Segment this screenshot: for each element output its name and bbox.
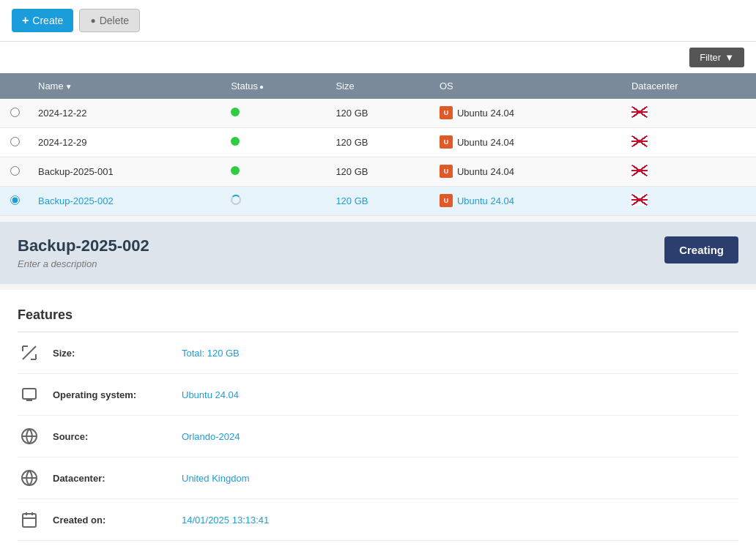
- table-row[interactable]: 2024-12-29120 GBUUbuntu 24.04: [0, 128, 756, 157]
- feature-label-datacenter: Datacenter:: [53, 473, 170, 484]
- uk-flag-icon: [631, 106, 648, 118]
- row-os-cell: UUbuntu 24.04: [431, 128, 623, 156]
- ubuntu-icon: U: [440, 194, 453, 207]
- feature-value-source: Orlando-2024: [182, 431, 240, 442]
- resize-icon: [18, 341, 41, 365]
- circle-icon: ●: [90, 15, 95, 26]
- status-col-header[interactable]: Status●: [222, 73, 327, 99]
- os-col-header[interactable]: OS: [431, 73, 623, 99]
- checkbox-col-header: [0, 73, 29, 99]
- feature-value-os: Ubuntu 24.04: [182, 389, 239, 400]
- detail-info: Backup-2025-002 Enter a description: [18, 236, 149, 269]
- row-status-cell: [222, 187, 327, 216]
- calendar-icon: [18, 508, 41, 531]
- row-name-link[interactable]: Backup-2025-002: [38, 195, 114, 206]
- source-icon: [18, 425, 41, 448]
- detail-panel: Backup-2025-002 Enter a description Crea…: [0, 222, 756, 284]
- feature-row-os: Operating system:Ubuntu 24.04: [18, 374, 738, 416]
- row-radio-cell: [0, 157, 29, 187]
- datacenter-col-header[interactable]: Datacenter: [623, 73, 756, 99]
- row-status-cell: [222, 128, 327, 157]
- row-datacenter-cell: [623, 187, 756, 216]
- status-sort-icon: ●: [259, 83, 264, 91]
- size-col-header[interactable]: Size: [327, 73, 431, 99]
- filter-button[interactable]: Filter ▼: [689, 48, 744, 67]
- os-icon: [18, 383, 41, 406]
- row-size-cell: 120 GB: [327, 99, 431, 128]
- row-radio-input[interactable]: [10, 195, 20, 205]
- name-col-header[interactable]: Name▼: [29, 73, 222, 99]
- svg-rect-7: [23, 514, 36, 527]
- feature-label-created: Created on:: [53, 515, 170, 526]
- row-datacenter-cell: [623, 99, 756, 128]
- filter-bar: Filter ▼: [0, 42, 756, 73]
- uk-flag-icon: [631, 194, 648, 206]
- delete-label: Delete: [100, 15, 129, 26]
- table-header-row: Name▼ Status● Size OS Datacenter: [0, 73, 756, 99]
- row-status-cell: [222, 99, 327, 128]
- feature-row-source: Source:Orlando-2024: [18, 416, 738, 457]
- features-section: Features Size:Total: 120 GBOperating sys…: [0, 290, 756, 557]
- row-size-cell: 120 GB: [327, 187, 431, 216]
- row-name-cell: Backup-2025-001: [29, 157, 222, 187]
- feature-value-created: 14/01/2025 13:13:41: [182, 515, 269, 526]
- toolbar: + Create ● Delete: [0, 0, 756, 42]
- row-radio-input[interactable]: [10, 137, 20, 146]
- filter-label: Filter: [700, 52, 721, 63]
- row-os-cell: UUbuntu 24.04: [431, 99, 623, 127]
- row-name-cell: 2024-12-29: [29, 128, 222, 157]
- creating-button: Creating: [664, 236, 738, 263]
- status-creating-icon: [231, 195, 241, 205]
- uk-flag-icon: [631, 165, 648, 176]
- ubuntu-icon: U: [440, 135, 453, 149]
- create-button[interactable]: + Create: [12, 9, 73, 32]
- feature-value-datacenter: United Kingdom: [182, 473, 250, 484]
- svg-rect-0: [23, 389, 36, 399]
- row-radio-cell: [0, 128, 29, 157]
- detail-title: Backup-2025-002: [18, 236, 149, 255]
- table-row[interactable]: 2024-12-22120 GBUUbuntu 24.04: [0, 99, 756, 128]
- row-name-cell[interactable]: Backup-2025-002: [29, 187, 222, 216]
- row-size-cell: 120 GB: [327, 128, 431, 157]
- delete-button[interactable]: ● Delete: [79, 9, 140, 32]
- feature-row-size: Size:Total: 120 GB: [18, 332, 738, 374]
- status-active-icon: [231, 108, 240, 116]
- table-row[interactable]: Backup-2025-001120 GBUUbuntu 24.04: [0, 157, 756, 187]
- row-radio-cell: [0, 187, 29, 216]
- feature-row-created: Created on:14/01/2025 13:13:41: [18, 499, 738, 541]
- row-radio-input[interactable]: [10, 108, 20, 117]
- create-label: Create: [32, 15, 63, 26]
- detail-description: Enter a description: [18, 258, 149, 269]
- row-os-cell: UUbuntu 24.04: [431, 187, 623, 214]
- feature-label-source: Source:: [53, 431, 170, 442]
- backup-table: Name▼ Status● Size OS Datacenter 2024-12…: [0, 73, 756, 216]
- ubuntu-icon: U: [440, 165, 453, 178]
- row-os-cell: UUbuntu 24.04: [431, 157, 623, 185]
- row-status-cell: [222, 157, 327, 187]
- feature-row-datacenter: Datacenter:United Kingdom: [18, 457, 738, 499]
- row-datacenter-cell: [623, 128, 756, 157]
- row-size-cell: 120 GB: [327, 157, 431, 187]
- status-active-icon: [231, 166, 240, 175]
- row-name-cell: 2024-12-22: [29, 99, 222, 128]
- sort-icon: ▼: [65, 83, 73, 91]
- row-datacenter-cell: [623, 157, 756, 187]
- row-radio-cell: [0, 99, 29, 128]
- ubuntu-icon: U: [440, 106, 453, 119]
- status-active-icon: [231, 137, 240, 146]
- feature-label-size: Size:: [53, 348, 170, 359]
- table-row[interactable]: Backup-2025-002120 GBUUbuntu 24.04: [0, 187, 756, 216]
- row-radio-input[interactable]: [10, 166, 20, 176]
- feature-label-os: Operating system:: [53, 389, 170, 400]
- feature-value-size: Total: 120 GB: [182, 348, 240, 359]
- backup-table-container: Name▼ Status● Size OS Datacenter 2024-12…: [0, 73, 756, 216]
- features-title: Features: [18, 307, 738, 323]
- filter-icon: ▼: [724, 52, 734, 63]
- datacenter-icon: [18, 466, 41, 490]
- plus-icon: +: [22, 14, 29, 27]
- uk-flag-icon: [631, 135, 648, 147]
